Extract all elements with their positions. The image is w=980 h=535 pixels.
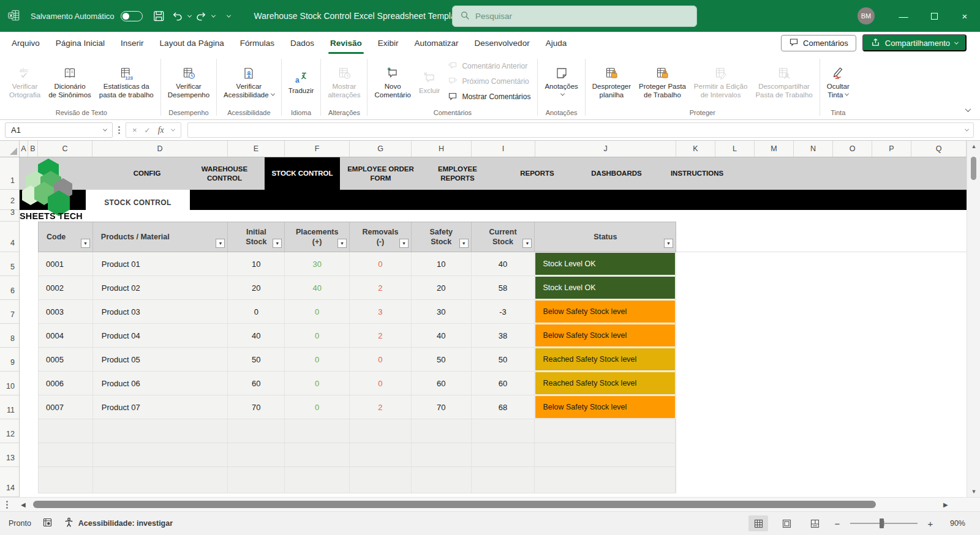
cell-current[interactable]: -3 <box>472 300 535 323</box>
cell-code[interactable]: 0005 <box>39 348 93 371</box>
verificar-acessibilidade-button[interactable]: VerificarAcessibilidade <box>220 62 278 101</box>
filter-dropdown-icon[interactable]: ▼ <box>399 239 409 248</box>
row-header-3[interactable]: 3 <box>0 210 19 222</box>
column-header-a[interactable]: A <box>20 141 28 157</box>
table-header-initial-stock[interactable]: InitialStock▼ <box>228 222 285 252</box>
column-header-j[interactable]: J <box>535 141 676 157</box>
proteger-pasta-de-trabalho-button[interactable]: Proteger Pastade Trabalho <box>635 62 690 101</box>
row-header-10[interactable]: 10 <box>0 372 19 395</box>
empty-cell[interactable] <box>285 419 350 443</box>
cell-placements[interactable]: 0 <box>285 395 350 419</box>
comments-button[interactable]: Comentários <box>781 35 856 51</box>
formula-input[interactable] <box>187 122 974 138</box>
nav-item-reports[interactable]: REPORTS <box>503 157 571 190</box>
cell-initial[interactable]: 40 <box>228 324 285 347</box>
cell-removals[interactable]: 2 <box>350 324 412 347</box>
empty-cell[interactable] <box>412 419 472 443</box>
column-header-g[interactable]: G <box>350 141 412 157</box>
customize-qat-chevron-icon[interactable] <box>221 7 237 25</box>
row-header-8[interactable]: 8 <box>0 324 19 348</box>
horizontal-scrollbar[interactable]: ◀ ▶ <box>0 497 980 512</box>
nav-item-employee-order-form[interactable]: EMPLOYEE ORDER FORM <box>342 157 419 190</box>
cell-safety[interactable]: 20 <box>412 276 472 299</box>
cell-placements[interactable]: 30 <box>285 252 350 275</box>
cell-code[interactable]: 0001 <box>39 252 93 275</box>
row-header-14[interactable]: 14 <box>0 467 19 497</box>
cell-placements[interactable]: 0 <box>285 324 350 347</box>
cell-initial[interactable]: 60 <box>228 372 285 395</box>
cell-status[interactable]: Below Safety Stock level <box>535 300 676 323</box>
page-layout-view-button[interactable] <box>777 515 796 531</box>
scroll-up-icon[interactable]: ▲ <box>967 143 980 149</box>
menu-tab-pagina-inicial[interactable]: Página Inicial <box>48 32 113 54</box>
nav-item-employee-reports[interactable]: EMPLOYEE REPORTS <box>421 157 494 190</box>
cell-initial[interactable]: 10 <box>228 252 285 275</box>
cell-code[interactable]: 0006 <box>39 372 93 395</box>
column-header-q[interactable]: Q <box>911 141 967 157</box>
cell-code[interactable]: 0007 <box>39 395 93 419</box>
avatar[interactable]: BM <box>858 7 875 24</box>
column-header-d[interactable]: D <box>92 141 228 157</box>
formula-bar-expand-chevron-icon[interactable] <box>965 127 969 132</box>
normal-view-button[interactable] <box>748 515 768 531</box>
minimize-button[interactable]: — <box>888 0 919 32</box>
empty-cell[interactable] <box>350 467 412 493</box>
scroll-left-icon[interactable]: ◀ <box>21 498 26 511</box>
active-sheet-tab[interactable]: STOCK CONTROL <box>86 190 190 215</box>
undo-icon[interactable] <box>170 7 186 25</box>
empty-cell[interactable] <box>93 419 228 443</box>
row-header-11[interactable]: 11 <box>0 395 19 419</box>
verificar-desempenho-button[interactable]: VerificarDesempenho <box>164 62 213 101</box>
column-header-i[interactable]: I <box>472 141 535 157</box>
menu-tab-desenvolvedor[interactable]: Desenvolvedor <box>467 32 538 54</box>
cell-code[interactable]: 0004 <box>39 324 93 347</box>
cell-placements[interactable]: 0 <box>285 372 350 395</box>
cell-removals[interactable]: 2 <box>350 276 412 299</box>
page-break-view-button[interactable] <box>805 515 824 531</box>
empty-cell[interactable] <box>535 419 676 443</box>
cell-placements[interactable]: 0 <box>285 348 350 371</box>
cell-status[interactable]: Stock Level OK <box>535 276 676 299</box>
filter-dropdown-icon[interactable]: ▼ <box>337 239 347 248</box>
row-header-6[interactable]: 6 <box>0 276 19 300</box>
cell-placements[interactable]: 0 <box>285 300 350 323</box>
scroll-right-icon[interactable]: ▶ <box>943 498 948 511</box>
empty-cell[interactable] <box>350 419 412 443</box>
cell-current[interactable]: 58 <box>472 276 535 299</box>
empty-cell[interactable] <box>472 419 535 443</box>
collapse-ribbon-chevron-icon[interactable] <box>966 103 970 114</box>
empty-cell[interactable] <box>228 443 285 466</box>
cell-product[interactable]: Product 05 <box>93 348 228 371</box>
vertical-scroll-thumb[interactable] <box>971 157 976 180</box>
cell-safety[interactable]: 40 <box>412 324 472 347</box>
cell-safety[interactable]: 50 <box>412 348 472 371</box>
column-header-e[interactable]: E <box>228 141 285 157</box>
cell-removals[interactable]: 0 <box>350 348 412 371</box>
table-header-status[interactable]: Status▼ <box>535 222 676 252</box>
cell-status[interactable]: Reached Safety Stock level <box>535 372 676 395</box>
nav-item-stock-control[interactable]: STOCK CONTROL <box>265 157 340 190</box>
column-header-l[interactable]: L <box>715 141 755 157</box>
menu-tab-exibir[interactable]: Exibir <box>370 32 407 54</box>
cell-code[interactable]: 0003 <box>39 300 93 323</box>
cell-product[interactable]: Product 03 <box>93 300 228 323</box>
empty-cell[interactable] <box>39 467 93 493</box>
estatisticas-da-pasta-de-trabalho-button[interactable]: 123Estatísticas dapasta de trabalho <box>96 62 157 101</box>
horizontal-scroll-thumb[interactable] <box>33 501 876 508</box>
column-header-n[interactable]: N <box>794 141 833 157</box>
cell-removals[interactable]: 2 <box>350 395 412 419</box>
nav-item-config[interactable]: CONFIG <box>110 157 184 190</box>
row-header-2[interactable]: 2 <box>0 190 19 210</box>
search-box[interactable] <box>452 6 697 27</box>
row-header-4[interactable]: 4 <box>0 222 19 252</box>
row-header-9[interactable]: 9 <box>0 348 19 372</box>
table-header-current-stock[interactable]: CurrentStock▼ <box>472 222 535 252</box>
cell-initial[interactable]: 0 <box>228 300 285 323</box>
empty-cell[interactable] <box>472 443 535 466</box>
row-header-12[interactable]: 12 <box>0 419 19 443</box>
empty-cell[interactable] <box>350 443 412 466</box>
dicionario-de-sinonimos-button[interactable]: Dicionáriode Sinônimos <box>45 62 95 101</box>
menu-tab-ajuda[interactable]: Ajuda <box>538 32 575 54</box>
autosave-toggle[interactable] <box>121 11 143 21</box>
nav-item-instructions[interactable]: INSTRUCTIONS <box>658 157 736 190</box>
